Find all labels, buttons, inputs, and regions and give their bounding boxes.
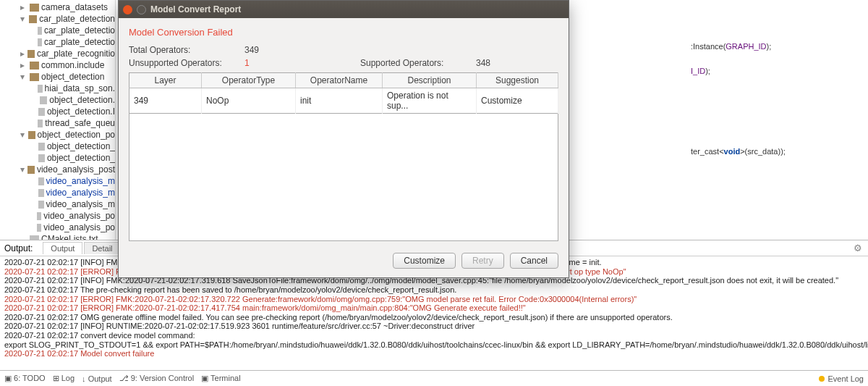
col-optype[interactable]: OperatorType xyxy=(202,73,296,88)
log-line: 2020-07-21 02:02:17 convert device model… xyxy=(4,331,864,340)
tree-item-label: video_analysis_po xyxy=(43,211,115,221)
log-line: 2020-07-21 02:02:17 Model convert failur… xyxy=(4,349,864,358)
operator-table-body[interactable] xyxy=(129,114,558,241)
tree-item[interactable]: object_detection_ xyxy=(0,140,115,152)
tree-item-label: object_detection.I xyxy=(47,106,115,117)
folder-icon xyxy=(27,50,35,58)
tree-item-label: car_plate_detectio xyxy=(44,25,115,35)
folder-icon xyxy=(28,131,35,139)
model-convert-report-dialog: Model Convert Report Model Conversion Fa… xyxy=(118,0,569,278)
file-icon xyxy=(37,212,41,220)
file-icon xyxy=(38,85,43,93)
supported-operators-value: 348 xyxy=(476,58,548,68)
log-line: export SLOG_PRINT_TO_STDOUT=1 && export … xyxy=(4,340,864,350)
tree-item[interactable]: ▾video_analysis_post xyxy=(0,164,115,175)
file-icon xyxy=(37,224,41,232)
file-icon xyxy=(38,143,44,151)
tree-item[interactable]: video_analysis_po xyxy=(0,210,115,222)
supported-operators-label: Supported Operators: xyxy=(360,58,476,68)
tree-item[interactable]: video_analysis_m xyxy=(0,175,115,187)
total-operators-label: Total Operators: xyxy=(129,45,244,55)
file-icon xyxy=(40,96,47,104)
tree-item[interactable]: object_detection.I xyxy=(0,106,115,117)
tab-output[interactable]: Output xyxy=(43,242,82,254)
tree-item[interactable]: ▾object_detection xyxy=(0,71,115,83)
close-icon[interactable] xyxy=(123,5,132,14)
tree-item[interactable]: object_detection_ xyxy=(0,152,115,164)
dialog-titlebar[interactable]: Model Convert Report xyxy=(119,1,569,18)
tree-item[interactable]: object_detection. xyxy=(0,94,115,106)
col-suggestion[interactable]: Suggestion xyxy=(477,73,558,88)
code-line: I_ID); xyxy=(691,67,710,75)
tree-item[interactable]: CMakeLists.txt xyxy=(0,233,115,240)
status-terminal[interactable]: ▣ Terminal xyxy=(201,374,240,383)
tree-item-label: object_detection xyxy=(41,72,104,82)
status-vcs[interactable]: ⎇ 9: Version Control xyxy=(119,374,195,383)
tree-item-label: video_analysis_m xyxy=(46,188,115,198)
table-row[interactable]: 349 NoOp init Operation is not sup... Cu… xyxy=(129,88,558,114)
tree-item[interactable]: video_analysis_m xyxy=(0,187,115,198)
unsupported-operators-label: Unsupported Operators: xyxy=(129,58,244,68)
tree-item[interactable]: thread_safe_queu xyxy=(0,117,115,129)
tree-item-label: hiai_data_sp_son. xyxy=(45,83,115,93)
tree-item-label: car_plate_recognitio xyxy=(37,49,115,59)
conversion-status: Model Conversion Failed xyxy=(129,27,558,38)
dialog-title: Model Convert Report xyxy=(150,4,241,14)
tree-item-label: video_analysis_m xyxy=(46,176,115,186)
status-todo[interactable]: ▣ 6: TODO xyxy=(4,374,46,383)
operator-table: Layer OperatorType OperatorName Descript… xyxy=(129,72,558,114)
tree-item[interactable]: video_analysis_m xyxy=(0,198,115,210)
log-line: 2020-07-21 02:02:17 [ERROR] FMK:2020-07-… xyxy=(4,295,864,304)
tree-item[interactable]: ▾object_detection_po xyxy=(0,129,115,140)
col-layer[interactable]: Layer xyxy=(129,73,202,88)
gear-icon[interactable]: ⚙ xyxy=(854,243,862,253)
tree-item-label: video_analysis_post xyxy=(37,164,115,175)
log-line: 2020-07-21 02:02:17 [ERROR] FMK:2020-07-… xyxy=(4,303,864,313)
cancel-button[interactable]: Cancel xyxy=(510,253,558,269)
file-icon xyxy=(38,154,44,162)
file-icon xyxy=(38,108,44,116)
file-icon xyxy=(38,189,44,197)
file-icon xyxy=(38,119,43,127)
unsupported-operators-value: 1 xyxy=(244,58,317,68)
tree-item-label: object_detection_ xyxy=(47,141,115,151)
tree-item[interactable]: ▾car_plate_detection xyxy=(0,13,115,25)
status-log[interactable]: ⊞ Log xyxy=(53,374,75,383)
folder-icon xyxy=(27,166,35,174)
tree-item[interactable]: ▸car_plate_recognitio xyxy=(0,48,115,59)
output-label: Output: xyxy=(4,243,33,253)
file-icon xyxy=(38,177,44,185)
tree-item[interactable]: ▸common.include xyxy=(0,59,115,71)
total-operators-value: 349 xyxy=(244,45,317,55)
project-tree[interactable]: ▸camera_datasets▾car_plate_detectioncar_… xyxy=(0,0,116,240)
tree-item[interactable]: car_plate_detectio xyxy=(0,36,115,48)
event-log[interactable]: Event Log xyxy=(819,374,864,383)
customize-button[interactable]: Customize xyxy=(393,253,456,269)
file-icon xyxy=(38,38,42,46)
tree-item[interactable]: video_analysis_po xyxy=(0,222,115,233)
tree-item-label: object_detection. xyxy=(49,95,115,105)
status-output[interactable]: ↓ Output xyxy=(82,374,112,383)
tree-item-label: object_detection_ xyxy=(47,153,115,163)
folder-icon xyxy=(30,73,39,81)
tree-item[interactable]: car_plate_detectio xyxy=(0,25,115,36)
col-opname[interactable]: OperatorName xyxy=(296,73,383,88)
code-line: :Instance(GRAPH_ID); xyxy=(691,42,771,51)
retry-button[interactable]: Retry xyxy=(461,253,504,269)
folder-icon xyxy=(29,15,37,23)
log-line: 2020-07-21 02:02:17 OMG generate offline… xyxy=(4,313,864,322)
tree-item-label: common.include xyxy=(41,60,104,70)
folder-icon xyxy=(30,62,39,70)
tree-item-label: car_plate_detection xyxy=(39,14,115,24)
log-line: 2020-07-21 02:02:17 [INFO] RUNTIME:2020-… xyxy=(4,322,864,331)
tab-detail[interactable]: Detail xyxy=(84,242,120,254)
tree-item[interactable]: hiai_data_sp_son. xyxy=(0,83,115,94)
tree-item-label: thread_safe_queu xyxy=(45,118,115,128)
log-line: 2020-07-21 02:02:17 The pre-checking rep… xyxy=(4,285,864,295)
tree-item[interactable]: ▸camera_datasets xyxy=(0,1,115,13)
col-description[interactable]: Description xyxy=(383,73,477,88)
minimize-icon[interactable] xyxy=(137,5,146,14)
file-icon xyxy=(38,201,44,209)
tree-item-label: video_analysis_m xyxy=(46,199,115,209)
tree-item-label: car_plate_detectio xyxy=(44,37,115,47)
